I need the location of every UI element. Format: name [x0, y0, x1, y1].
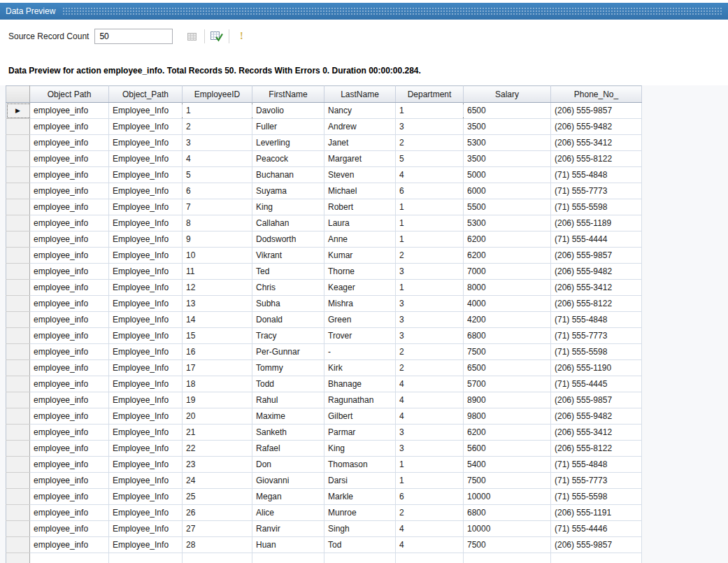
- cell[interactable]: 27: [183, 521, 252, 537]
- cell[interactable]: Ranvir: [252, 521, 324, 537]
- cell[interactable]: Michael: [324, 183, 396, 199]
- cell[interactable]: Leverling: [252, 135, 324, 151]
- cell[interactable]: 7: [183, 199, 252, 215]
- cell[interactable]: Mishra: [324, 296, 396, 312]
- cell[interactable]: Employee_Info: [109, 473, 183, 489]
- cell[interactable]: Employee_Info: [109, 457, 183, 473]
- cell[interactable]: 15: [183, 328, 252, 344]
- cell[interactable]: 6800: [464, 328, 551, 344]
- cell[interactable]: (206) 555-9857: [551, 537, 642, 553]
- cell[interactable]: Employee_Info: [109, 151, 183, 167]
- cell[interactable]: 19: [183, 392, 252, 408]
- cell[interactable]: Laura: [324, 215, 396, 231]
- row-selector[interactable]: [6, 408, 30, 425]
- cell[interactable]: Employee_Info: [109, 312, 183, 328]
- cell[interactable]: 7500: [464, 473, 551, 489]
- cell[interactable]: 1: [396, 199, 464, 215]
- cell[interactable]: (71) 555-4446: [551, 521, 642, 537]
- cell[interactable]: Dodsworth: [252, 231, 324, 248]
- cell[interactable]: employee_info: [30, 328, 109, 344]
- cell[interactable]: 13: [183, 296, 252, 312]
- cell[interactable]: Andrew: [324, 119, 396, 135]
- cell[interactable]: Keager: [324, 280, 396, 296]
- row-selector[interactable]: [6, 473, 30, 489]
- cell[interactable]: Sanketh: [252, 425, 324, 441]
- cell[interactable]: 28: [183, 537, 252, 553]
- cell[interactable]: 2: [396, 135, 464, 151]
- cell[interactable]: Employee_Info: [109, 167, 183, 183]
- cell[interactable]: 3: [396, 328, 464, 344]
- cell[interactable]: 26: [183, 505, 252, 521]
- cell[interactable]: employee_info: [30, 489, 109, 505]
- row-selector[interactable]: [6, 215, 30, 231]
- cell[interactable]: (206) 555-8122: [551, 151, 642, 167]
- cell[interactable]: employee_info: [30, 537, 109, 553]
- cell[interactable]: (206) 555-9857: [551, 103, 642, 119]
- cell[interactable]: 2: [183, 119, 252, 135]
- source-record-count-input[interactable]: [94, 29, 173, 44]
- cell[interactable]: 5700: [464, 376, 551, 392]
- cell[interactable]: Suyama: [252, 183, 324, 199]
- cell[interactable]: (71) 555-5598: [551, 344, 642, 360]
- cell[interactable]: Employee_Info: [109, 280, 183, 296]
- cell[interactable]: (206) 555-8122: [551, 441, 642, 457]
- cell[interactable]: employee_info: [30, 199, 109, 215]
- cell[interactable]: Rahul: [252, 392, 324, 408]
- column-header-firstname[interactable]: FirstName: [252, 86, 324, 103]
- cell[interactable]: Employee_Info: [109, 183, 183, 199]
- cell[interactable]: 6000: [464, 183, 551, 199]
- row-selector[interactable]: [6, 296, 30, 312]
- cell[interactable]: 6: [396, 489, 464, 505]
- cell[interactable]: 6: [396, 183, 464, 199]
- cell[interactable]: Employee_Info: [109, 248, 183, 264]
- apply-record-count-button[interactable]: [184, 28, 201, 45]
- cell[interactable]: 2: [396, 344, 464, 360]
- cell[interactable]: Employee_Info: [109, 505, 183, 521]
- cell[interactable]: 5600: [464, 441, 551, 457]
- cell[interactable]: Huan: [252, 537, 324, 553]
- cell[interactable]: (206) 555-3412: [551, 280, 642, 296]
- row-selector[interactable]: [6, 537, 30, 553]
- cell[interactable]: Margaret: [324, 151, 396, 167]
- cell[interactable]: Tracy: [252, 328, 324, 344]
- cell[interactable]: 8900: [464, 392, 551, 408]
- cell[interactable]: employee_info: [30, 376, 109, 392]
- row-selector[interactable]: [6, 392, 30, 408]
- cell[interactable]: 3: [396, 425, 464, 441]
- cell[interactable]: 6200: [464, 425, 551, 441]
- cell[interactable]: Kumar: [324, 248, 396, 264]
- cell[interactable]: Bhanage: [324, 376, 396, 392]
- cell[interactable]: 4: [396, 392, 464, 408]
- cell[interactable]: (71) 555-7773: [551, 183, 642, 199]
- cell[interactable]: employee_info: [30, 441, 109, 457]
- cell[interactable]: Employee_Info: [109, 392, 183, 408]
- cell[interactable]: 25: [183, 489, 252, 505]
- cell[interactable]: (71) 555-4848: [551, 167, 642, 183]
- cell[interactable]: Trover: [324, 328, 396, 344]
- cell[interactable]: 2: [396, 360, 464, 376]
- cell[interactable]: Tommy: [252, 360, 324, 376]
- cell[interactable]: 3500: [464, 119, 551, 135]
- cell[interactable]: Markle: [324, 489, 396, 505]
- cell[interactable]: employee_info: [30, 264, 109, 280]
- cell[interactable]: Janet: [324, 135, 396, 151]
- cell[interactable]: Ted: [252, 264, 324, 280]
- cell[interactable]: 9800: [464, 408, 551, 425]
- cell[interactable]: (206) 555-8122: [551, 296, 642, 312]
- row-selector[interactable]: [6, 248, 30, 264]
- cell[interactable]: 3: [396, 296, 464, 312]
- cell[interactable]: 6800: [464, 505, 551, 521]
- cell[interactable]: Singh: [324, 521, 396, 537]
- cell[interactable]: 3: [183, 135, 252, 151]
- cell[interactable]: Davolio: [252, 103, 324, 119]
- cell[interactable]: Employee_Info: [109, 103, 183, 119]
- cell[interactable]: employee_info: [30, 215, 109, 231]
- cell[interactable]: 4: [396, 376, 464, 392]
- cell[interactable]: Darsi: [324, 473, 396, 489]
- cell[interactable]: 5300: [464, 135, 551, 151]
- cell[interactable]: Per-Gunnar: [252, 344, 324, 360]
- cell[interactable]: Todd: [252, 376, 324, 392]
- cell[interactable]: 11: [183, 264, 252, 280]
- cell[interactable]: 10: [183, 248, 252, 264]
- row-selector[interactable]: [6, 151, 30, 167]
